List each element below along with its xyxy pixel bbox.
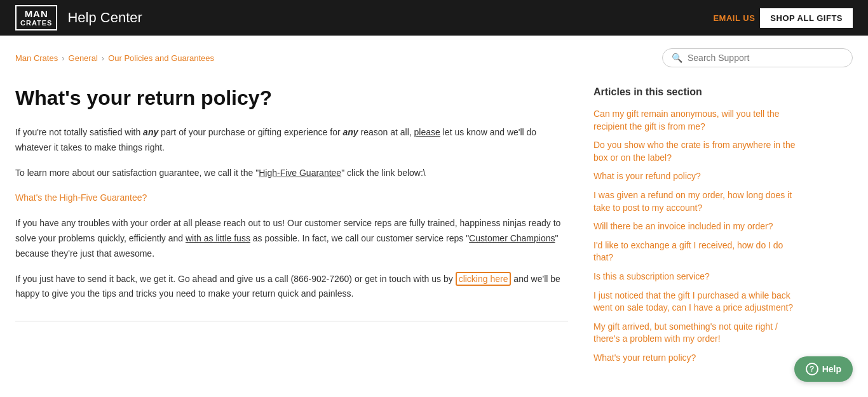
sidebar-list-item: Do you show who the crate is from anywhe… (593, 139, 797, 164)
header-left: MAN CRATES Help Center (15, 5, 142, 31)
sidebar-link-4[interactable]: Will there be an invoice included in my … (593, 220, 797, 233)
help-button-label: Help (822, 364, 841, 374)
customer-champions-text: Customer Champions (469, 233, 555, 243)
search-icon: 🔍 (672, 53, 682, 63)
sidebar-link-5[interactable]: I'd like to exchange a gift I received, … (593, 239, 797, 264)
breadcrumb-general[interactable]: General (69, 53, 98, 63)
header-right: EMAIL US SHOP ALL GIFTS (713, 8, 853, 28)
paragraph-2: To learn more about our satisfaction gua… (15, 166, 568, 181)
sidebar-link-2[interactable]: What is your refund policy? (593, 170, 797, 183)
main-layout: What's your return policy? If you're not… (0, 74, 868, 396)
sidebar-list-item: My gift arrived, but something's not qui… (593, 321, 797, 346)
email-us-button[interactable]: EMAIL US (713, 13, 755, 23)
sidebar-link-9[interactable]: What's your return policy? (593, 352, 797, 365)
shop-all-button[interactable]: SHOP ALL GIFTS (760, 8, 853, 28)
search-input[interactable] (688, 53, 843, 63)
paragraph-4: If you just have to send it back, we get… (15, 272, 568, 302)
page-title: What's your return policy? (15, 86, 568, 110)
breadcrumb-sep2: › (102, 53, 104, 63)
sidebar-link-6[interactable]: Is this a subscription service? (593, 271, 797, 283)
header: MAN CRATES Help Center EMAIL US SHOP ALL… (0, 0, 868, 36)
sidebar-link-3[interactable]: I was given a refund on my order, how lo… (593, 189, 797, 214)
sidebar-list-item: What's your return policy? (593, 352, 797, 365)
breadcrumb-sep1: › (62, 53, 64, 63)
high-five-text: High-Five Guarantee (259, 168, 341, 178)
high-five-link[interactable]: What's the High-Five Guarantee? (15, 192, 147, 203)
sidebar-list-item: I was given a refund on my order, how lo… (593, 189, 797, 214)
sidebar-link-0[interactable]: Can my gift remain anonymous, will you t… (593, 108, 797, 133)
paragraph-1: If you're not totally satisfied with any… (15, 125, 568, 156)
sidebar-title: Articles in this section (593, 86, 797, 98)
breadcrumb-home[interactable]: Man Crates (15, 53, 58, 63)
sidebar-links: Can my gift remain anonymous, will you t… (593, 108, 797, 365)
logo[interactable]: MAN CRATES (15, 5, 57, 31)
sidebar: Articles in this section Can my gift rem… (593, 86, 797, 371)
sidebar-link-1[interactable]: Do you show who the crate is from anywhe… (593, 139, 797, 164)
main-content: What's your return policy? If you're not… (15, 86, 568, 371)
sidebar-list-item: Is this a subscription service? (593, 271, 797, 283)
please-text: please (414, 127, 440, 137)
sidebar-link-8[interactable]: My gift arrived, but something's not qui… (593, 321, 797, 346)
emphasis-any2: any (343, 127, 358, 137)
content-divider (15, 321, 568, 321)
emphasis-any1: any (143, 127, 158, 137)
sidebar-list-item: I just noticed that the gift I purchased… (593, 290, 797, 314)
breadcrumb-current: Our Policies and Guarantees (108, 53, 214, 63)
header-title: Help Center (67, 10, 142, 26)
sidebar-list-item: I'd like to exchange a gift I received, … (593, 239, 797, 264)
sidebar-list-item: What is your refund policy? (593, 170, 797, 183)
breadcrumb: Man Crates › General › Our Policies and … (15, 53, 214, 63)
help-circle-icon: ? (806, 363, 818, 375)
sidebar-list-item: Will there be an invoice included in my … (593, 220, 797, 233)
paragraph-3: If you have any troubles with your order… (15, 216, 568, 261)
help-button[interactable]: ? Help (794, 356, 853, 382)
sidebar-link-7[interactable]: I just noticed that the gift I purchased… (593, 290, 797, 314)
logo-line1: MAN (20, 9, 52, 20)
search-box: 🔍 (662, 48, 853, 67)
paragraph-high-five-link: What's the High-Five Guarantee? (15, 191, 568, 206)
sidebar-list-item: Can my gift remain anonymous, will you t… (593, 108, 797, 133)
logo-line2: CRATES (20, 19, 52, 27)
breadcrumb-bar: Man Crates › General › Our Policies and … (0, 36, 868, 74)
clicking-here-link[interactable]: clicking here (456, 272, 512, 286)
little-fuss-text: with as little fuss (186, 233, 250, 243)
